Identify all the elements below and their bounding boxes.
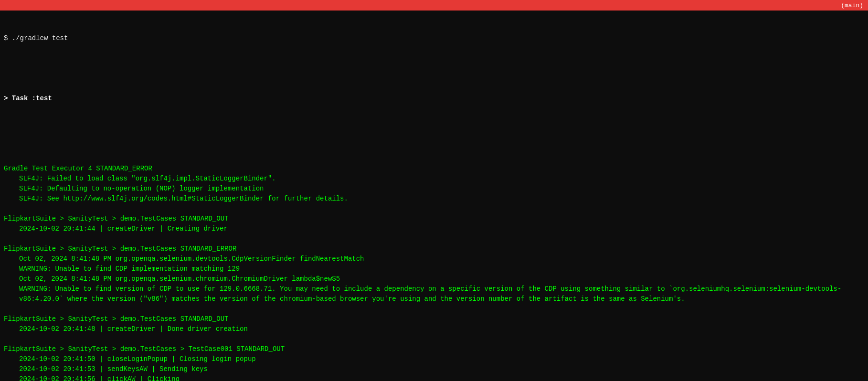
terminal-line-5 (4, 204, 864, 214)
terminal-line-16: 2024-10-02 20:41:48 | createDriver | Don… (4, 324, 864, 334)
terminal-line-14 (4, 304, 864, 314)
terminal-line-12: Oct 02, 2024 8:41:48 PM org.openqa.selen… (4, 274, 864, 284)
terminal-line-9: FlipkartSuite > SanityTest > demo.TestCa… (4, 244, 864, 254)
command-line: $ ./gradlew test (4, 33, 864, 43)
terminal-line-15: FlipkartSuite > SanityTest > demo.TestCa… (4, 314, 864, 324)
terminal-line-18: FlipkartSuite > SanityTest > demo.TestCa… (4, 344, 864, 354)
blank-line-1 (4, 64, 864, 74)
terminal-line-17 (4, 334, 864, 344)
terminal-lines: Gradle Test Executor 4 STANDARD_ERRORSLF… (4, 154, 864, 381)
title-bar: (main) (0, 0, 868, 11)
terminal-line-0 (4, 154, 864, 164)
terminal-line-6: FlipkartSuite > SanityTest > demo.TestCa… (4, 214, 864, 224)
terminal-line-21: 2024-10-02 20:41:56 | clickAW | Clicking (4, 374, 864, 381)
terminal-line-13: WARNING: Unable to find version of CDP t… (4, 284, 864, 304)
terminal-line-2: SLF4J: Failed to load class "org.slf4j.i… (4, 174, 864, 184)
title-bar-label: (main) (841, 2, 863, 9)
terminal-line-7: 2024-10-02 20:41:44 | createDriver | Cre… (4, 224, 864, 234)
terminal-line-19: 2024-10-02 20:41:50 | closeLoginPopup | … (4, 354, 864, 364)
task-line: > Task :test (4, 94, 864, 104)
terminal-line-11: WARNING: Unable to find CDP implementati… (4, 264, 864, 274)
terminal-line-3: SLF4J: Defaulting to no-operation (NOP) … (4, 184, 864, 194)
terminal-line-4: SLF4J: See http://www.slf4j.org/codes.ht… (4, 194, 864, 204)
terminal-line-8 (4, 234, 864, 244)
terminal-line-20: 2024-10-02 20:41:53 | sendKeysAW | Sendi… (4, 364, 864, 374)
terminal-line-1: Gradle Test Executor 4 STANDARD_ERROR (4, 164, 864, 174)
terminal-content: $ ./gradlew test > Task :test Gradle Tes… (0, 11, 868, 381)
blank-line-2 (4, 124, 864, 134)
terminal-line-10: Oct 02, 2024 8:41:48 PM org.openqa.selen… (4, 254, 864, 264)
terminal-window: (main) $ ./gradlew test > Task :test Gra… (0, 0, 868, 381)
